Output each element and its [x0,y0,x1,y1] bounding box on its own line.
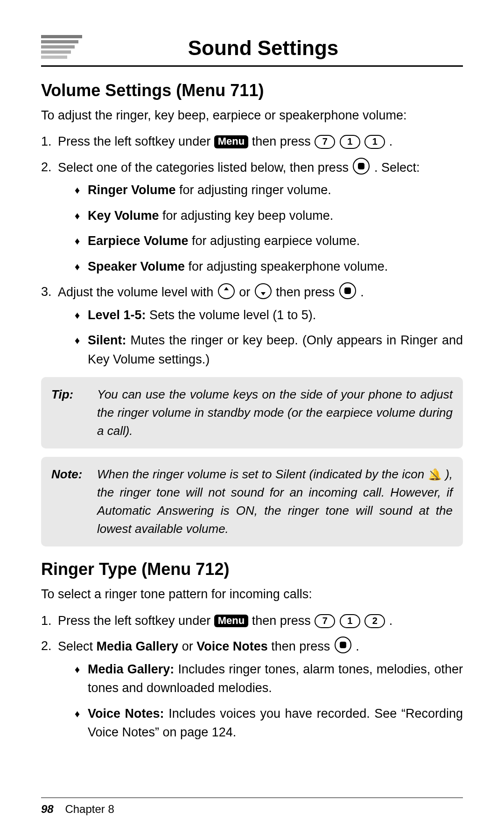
chapter-title: Sound Settings [101,36,463,60]
step-text: then press [252,614,315,628]
note-box: Note: When the ringer volume is set to S… [41,457,463,546]
footer-chapter: Chapter 8 [65,803,114,815]
bullet-desc: for adjusting key beep volume. [159,209,334,223]
menu-key-icon: Menu [214,615,248,627]
bullet-term: Speaker Volume [88,259,185,273]
step-text: . [360,285,364,299]
bullet-item: Silent: Mutes the ringer or key beep. (O… [58,331,463,369]
bullet-list: Ringer Volume for adjusting ringer volum… [58,181,463,276]
number-key-icon: 7 [315,135,335,149]
note-body: When the ringer volume is set to Silent … [97,465,453,538]
bullet-list: Media Gallery: Includes ringer tones, al… [58,660,463,742]
bullet-item: Ringer Volume for adjusting ringer volum… [58,181,463,200]
number-key-icon: 7 [315,614,335,628]
bullet-item: Media Gallery: Includes ringer tones, al… [58,660,463,698]
step-text: or [239,285,254,299]
silent-bell-icon: 🔔 [428,469,442,480]
bullet-item: Speaker Volume for adjusting speakerphon… [58,257,463,276]
bullet-term: Ringer Volume [88,183,176,197]
number-key-icon: 1 [364,135,385,149]
tip-label: Tip: [51,385,84,440]
step-text: or [182,639,197,653]
section-heading-volume: Volume Settings (Menu 711) [41,81,463,100]
step-text: Press the left softkey under [58,614,214,628]
step-item: Select one of the categories listed belo… [41,158,463,276]
step-text: then press [276,285,338,299]
bullet-term: Voice Notes: [88,707,164,721]
section-intro-ringer: To select a ringer tone pattern for inco… [41,586,463,602]
step-text: . [389,134,393,148]
bullet-desc: Sets the volume level (1 to 5). [146,308,316,322]
step-item: Press the left softkey under Menu then p… [41,611,463,630]
step-text: . [356,639,359,653]
header-decoration-bars-icon [41,35,82,61]
step-item: Adjust the volume level with or then pre… [41,282,463,369]
bullet-desc: for adjusting ringer volume. [176,183,331,197]
page-footer: 98 Chapter 8 [41,803,114,816]
bullet-term: Media Gallery: [88,662,174,676]
step-item: Select Media Gallery or Voice Notes then… [41,637,463,742]
tip-body: You can use the volume keys on the side … [97,385,453,440]
bullet-term: Earpiece Volume [88,234,189,248]
note-label: Note: [51,465,84,538]
steps-ringer: Press the left softkey under Menu then p… [41,611,463,742]
step-bold: Media Gallery [97,639,179,653]
number-key-icon: 1 [340,135,360,149]
header-rule [41,65,463,67]
center-key-icon [339,282,356,299]
section-heading-ringer: Ringer Type (Menu 712) [41,560,463,579]
steps-volume: Press the left softkey under Menu then p… [41,132,463,369]
down-key-icon [255,283,272,299]
bullet-desc: for adjusting earpiece volume. [189,234,360,248]
page-number: 98 [41,803,54,815]
bullet-term: Key Volume [88,209,159,223]
menu-key-icon: Menu [214,135,248,148]
number-key-icon: 2 [364,614,385,628]
section-intro-volume: To adjust the ringer, key beep, earpiece… [41,107,463,124]
manual-page: Sound Settings Volume Settings (Menu 711… [0,0,504,840]
step-text: then press [271,639,334,653]
step-bold: Voice Notes [196,639,268,653]
step-text: Select [58,639,97,653]
step-text: . [389,614,393,628]
step-text: Press the left softkey under [58,134,214,148]
bullet-desc: for adjusting speakerphone volume. [185,259,388,273]
bullet-item: Earpiece Volume for adjusting earpiece v… [58,231,463,251]
step-text: Select one of the categories listed belo… [58,161,352,175]
bullet-item: Level 1-5: Sets the volume level (1 to 5… [58,306,463,325]
step-text: Adjust the volume level with [58,285,217,299]
note-text: When the ringer volume is set to Silent … [97,467,428,481]
tip-box: Tip: You can use the volume keys on the … [41,377,463,448]
bullet-term: Level 1-5: [88,308,146,322]
footer-rule [41,798,463,798]
bullet-desc: Mutes the ringer or key beep. (Only appe… [88,333,463,366]
bullet-item: Voice Notes: Includes voices you have re… [58,704,463,742]
bullet-item: Key Volume for adjusting key beep volume… [58,206,463,225]
page-header: Sound Settings [41,35,463,61]
center-key-icon [353,158,370,175]
step-item: Press the left softkey under Menu then p… [41,132,463,151]
center-key-icon [335,637,351,653]
bullet-term: Silent: [88,333,126,347]
bullet-list: Level 1-5: Sets the volume level (1 to 5… [58,306,463,369]
step-text: then press [252,134,315,148]
number-key-icon: 1 [340,614,360,628]
step-text: . Select: [374,161,420,175]
up-key-icon [218,283,235,299]
